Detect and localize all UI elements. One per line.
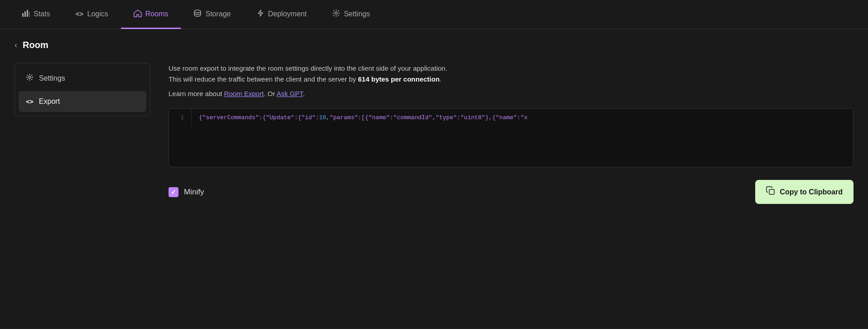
bottom-bar: ✓ Minify Copy to Clipboard <box>169 180 854 204</box>
tab-storage-label: Storage <box>205 10 231 18</box>
svg-rect-7 <box>769 189 774 194</box>
code-token-2: 10 <box>319 114 326 121</box>
room-export-link[interactable]: Room Export <box>224 90 264 97</box>
learn-suffix: . <box>303 90 305 97</box>
tab-settings[interactable]: Settings <box>319 0 383 29</box>
stats-icon <box>22 9 30 19</box>
sidebar: Settings <> Export <box>14 63 150 116</box>
content-area: Use room export to integrate the room se… <box>169 63 854 204</box>
tab-rooms[interactable]: Rooms <box>121 0 181 29</box>
description-learn: Learn more about Room Export. Or Ask GPT… <box>169 88 667 99</box>
deployment-icon <box>256 9 265 19</box>
description-line2: This will reduce the traffic between the… <box>169 74 667 85</box>
line-number-1: 1 <box>169 109 192 126</box>
description-line2-prefix: This will reduce the traffic between the… <box>169 75 358 83</box>
minify-checkbox[interactable]: ✓ Minify <box>169 187 204 197</box>
tab-settings-label: Settings <box>344 10 370 18</box>
tab-stats-label: Stats <box>34 10 50 18</box>
export-sidebar-icon: <> <box>26 98 34 105</box>
svg-rect-2 <box>27 10 28 17</box>
tab-logics[interactable]: <> Logics <box>63 0 121 29</box>
sidebar-export-label: Export <box>39 97 60 106</box>
copy-to-clipboard-button[interactable]: Copy to Clipboard <box>755 180 854 204</box>
code-content-1: {"serverCommands":{"Update":{"id":10,"pa… <box>192 109 535 126</box>
main-content: ‹ Room Settings <> Export <box>0 29 868 215</box>
storage-icon <box>193 9 202 19</box>
description-line1: Use room export to integrate the room se… <box>169 63 667 74</box>
tab-logics-label: Logics <box>87 10 108 18</box>
svg-point-4 <box>194 10 201 13</box>
description-bold: 614 bytes per connection <box>358 75 439 83</box>
svg-rect-1 <box>24 11 26 17</box>
description-line2-suffix: . <box>439 75 441 83</box>
sidebar-settings-label: Settings <box>39 74 65 82</box>
svg-rect-0 <box>22 13 24 17</box>
ask-gpt-link[interactable]: Ask GPT <box>276 90 303 97</box>
tab-storage[interactable]: Storage <box>181 0 243 29</box>
code-block: 1 {"serverCommands":{"Update":{"id":10,"… <box>169 108 854 167</box>
or-text: . Or <box>264 90 276 97</box>
minify-label: Minify <box>184 188 204 197</box>
code-token-1: {"serverCommands":{"Update":{"id": <box>199 114 319 121</box>
back-button[interactable]: ‹ <box>14 40 17 50</box>
description: Use room export to integrate the room se… <box>169 63 667 99</box>
page-header: ‹ Room <box>14 40 854 50</box>
tab-stats[interactable]: Stats <box>9 0 63 29</box>
settings-sidebar-icon <box>26 73 34 83</box>
checkbox-checkmark: ✓ <box>171 189 176 196</box>
settings-icon <box>332 9 340 19</box>
tab-deployment[interactable]: Deployment <box>244 0 319 29</box>
svg-point-6 <box>29 76 31 78</box>
code-token-3: ,"params":[{"name":"commandId","type":"u… <box>326 114 528 121</box>
sidebar-item-settings[interactable]: Settings <box>19 67 146 89</box>
top-nav: Stats <> Logics Rooms Storage Deplo <box>0 0 868 29</box>
checkbox-box: ✓ <box>169 187 178 197</box>
page-title: Room <box>23 40 48 50</box>
copy-icon <box>766 186 775 198</box>
copy-button-label: Copy to Clipboard <box>780 188 843 196</box>
svg-rect-3 <box>29 12 29 17</box>
logics-icon: <> <box>75 10 83 18</box>
code-line-1: 1 {"serverCommands":{"Update":{"id":10,"… <box>169 109 853 126</box>
svg-point-5 <box>335 12 337 14</box>
tab-deployment-label: Deployment <box>268 10 307 18</box>
tab-rooms-label: Rooms <box>145 10 169 18</box>
layout: Settings <> Export Use room export to in… <box>14 63 854 204</box>
rooms-icon <box>134 9 142 19</box>
learn-prefix: Learn more about <box>169 90 224 97</box>
sidebar-item-export[interactable]: <> Export <box>19 91 146 112</box>
